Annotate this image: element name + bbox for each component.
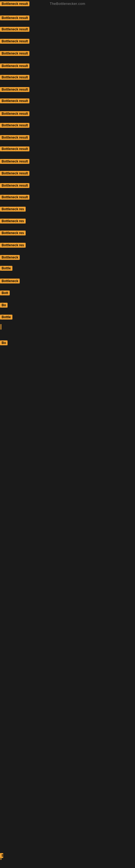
badge-label-5: Bottleneck result — [0, 63, 30, 68]
bottleneck-badge-0: Bottleneck result — [0, 1, 30, 7]
badge-label-18: Bottleneck res — [0, 219, 26, 223]
badge-label-26: Bottle — [0, 315, 12, 319]
bottleneck-badge-23: Bottleneck — [0, 279, 20, 284]
badge-label-28: Bo — [0, 340, 8, 345]
badge-label-22: Bottle — [0, 266, 12, 271]
bottleneck-badge-10: Bottleneck result — [0, 123, 30, 129]
badge-label-4: Bottleneck result — [0, 51, 30, 56]
bottleneck-badge-24: Bott — [0, 290, 10, 297]
badge-label-10: Bottleneck result — [0, 123, 30, 128]
bottleneck-badge-25: Bo — [0, 303, 8, 309]
bottleneck-badge-12: Bottleneck result — [0, 147, 30, 152]
badge-label-21: Bottleneck — [0, 255, 20, 260]
bottleneck-badge-22: Bottle — [0, 266, 12, 272]
bottleneck-badge-13: Bottleneck result — [0, 159, 30, 165]
badge-label-15: Bottleneck result — [0, 183, 30, 188]
bottleneck-badge-19: Bottleneck res — [0, 230, 26, 237]
badge-label-7: Bottleneck result — [0, 87, 30, 92]
badge-label-2: Bottleneck result — [0, 27, 30, 32]
bottleneck-badge-7: Bottleneck result — [0, 87, 30, 93]
vertical-bar-0 — [1, 324, 1, 330]
badge-label-20: Bottleneck res — [0, 243, 26, 248]
bottleneck-badge-20: Bottleneck res — [0, 243, 26, 249]
badge-label-6: Bottleneck result — [0, 75, 30, 80]
bottleneck-badge-3: Bottleneck result — [0, 39, 30, 45]
bottleneck-badge-28: Bo — [0, 340, 8, 346]
bottleneck-badge-6: Bottleneck result — [0, 75, 30, 81]
badge-label-23: Bottleneck — [0, 279, 20, 283]
badge-label-9: Bottleneck result — [0, 111, 30, 116]
bottleneck-badge-1: Bottleneck result — [0, 16, 30, 22]
badge-label-24: Bott — [0, 290, 10, 296]
bottleneck-badge-5: Bottleneck result — [0, 63, 30, 69]
badge-label-13: Bottleneck result — [0, 159, 30, 164]
bottleneck-badge-26: Bottle — [0, 315, 12, 321]
badge-label-17: Bottleneck res — [0, 207, 26, 212]
bottleneck-badge-17: Bottleneck res — [0, 207, 26, 213]
badge-label-0: Bottleneck result — [0, 1, 30, 6]
badge-label-25: Bo — [0, 303, 8, 308]
bottleneck-badge-4: Bottleneck result — [0, 51, 30, 57]
badge-label-19: Bottleneck res — [0, 230, 26, 236]
bottleneck-badge-21: Bottleneck — [0, 255, 20, 261]
vertical-bar-1 — [1, 855, 1, 860]
badge-label-1: Bottleneck result — [0, 16, 30, 20]
badge-label-11: Bottleneck result — [0, 135, 30, 140]
badge-label-12: Bottleneck result — [0, 147, 30, 151]
bottleneck-badge-9: Bottleneck result — [0, 111, 30, 117]
badge-label-3: Bottleneck result — [0, 39, 30, 44]
badge-label-14: Bottleneck result — [0, 171, 30, 176]
badge-label-8: Bottleneck result — [0, 98, 30, 103]
bottleneck-badge-15: Bottleneck result — [0, 183, 30, 189]
bottleneck-badge-16: Bottleneck result — [0, 195, 30, 201]
bottleneck-badge-18: Bottleneck res — [0, 219, 26, 225]
bottleneck-badge-2: Bottleneck result — [0, 27, 30, 33]
bottleneck-badge-14: Bottleneck result — [0, 171, 30, 177]
bottleneck-badge-11: Bottleneck result — [0, 135, 30, 141]
bottleneck-badge-8: Bottleneck result — [0, 98, 30, 104]
badge-label-16: Bottleneck result — [0, 195, 30, 199]
